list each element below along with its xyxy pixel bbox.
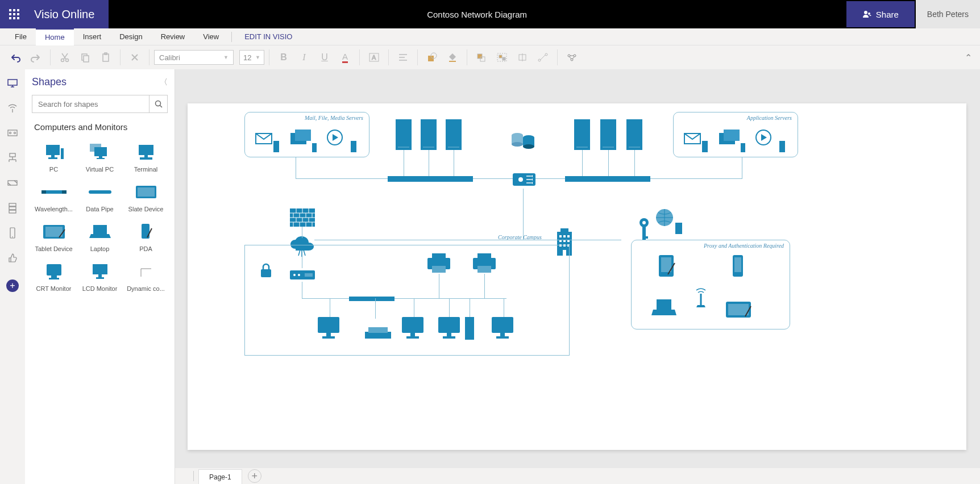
group-proxy[interactable]: Proxy and Authentication Required (631, 240, 790, 329)
shape-virtual-pc[interactable]: Virtual PC (78, 140, 122, 176)
group-button[interactable] (492, 48, 512, 67)
document-title[interactable]: Contoso Network Diagram (109, 10, 845, 19)
font-color-button[interactable]: A (335, 48, 355, 67)
font-name-value: Calibri (159, 53, 180, 62)
shapes-search-input[interactable] (32, 95, 149, 112)
server-rack-icon[interactable] (574, 119, 590, 150)
italic-button[interactable]: I (294, 48, 314, 67)
pc-icon[interactable] (317, 317, 340, 342)
svg-point-12 (66, 59, 69, 62)
canvas-area[interactable]: Mail, File, Media Servers A (175, 69, 980, 484)
collapse-ribbon-button[interactable]: ⌃ (962, 50, 974, 65)
shapes-nav-like[interactable] (3, 249, 22, 267)
shape-pda[interactable]: PDA (124, 219, 168, 256)
share-button[interactable]: Share (846, 1, 915, 27)
pc-icon[interactable] (491, 317, 514, 342)
shapes-nav-connector[interactable] (3, 174, 22, 192)
bold-button[interactable]: B (274, 48, 293, 67)
canvas-page[interactable]: Mail, File, Media Servers A (188, 103, 966, 450)
shape-pc[interactable]: PC (32, 140, 76, 176)
printer-icon[interactable] (425, 251, 452, 274)
server-rack-icon[interactable] (446, 119, 462, 150)
tab-review[interactable]: Review (152, 28, 194, 45)
text-block-button[interactable]: A (364, 48, 384, 67)
search-icon[interactable] (149, 95, 167, 112)
shape-style-button[interactable] (422, 48, 442, 67)
tab-file[interactable]: File (6, 28, 36, 45)
shapes-nav-wireless[interactable] (3, 99, 22, 117)
printer-icon[interactable] (471, 251, 498, 274)
add-page-button[interactable]: + (248, 469, 261, 483)
delete-button[interactable] (125, 48, 144, 67)
position-button[interactable] (513, 48, 532, 67)
firewall-icon[interactable] (290, 208, 315, 227)
data-pipe-icon[interactable] (388, 176, 473, 182)
shapes-collapse-button[interactable]: 〈 (160, 77, 168, 87)
shape-crt-monitor[interactable]: CRT Monitor (32, 259, 76, 295)
svg-rect-150 (368, 327, 388, 333)
paste-button[interactable] (96, 48, 115, 67)
shape-data-pipe[interactable]: Data Pipe (78, 180, 122, 216)
change-shape-button[interactable] (562, 48, 582, 67)
tab-view[interactable]: View (194, 28, 228, 45)
svg-rect-0 (9, 9, 11, 11)
arrange-button[interactable] (472, 48, 491, 67)
shapes-nav-mobile[interactable] (3, 224, 22, 242)
group-app-servers[interactable]: Application Servers (673, 112, 798, 157)
server-rack-icon[interactable] (626, 119, 642, 150)
svg-rect-100 (702, 141, 708, 152)
shapes-nav-add[interactable]: + (6, 279, 19, 292)
shape-wavelength[interactable]: Wavelength... (32, 180, 76, 216)
svg-rect-83 (93, 264, 107, 274)
undo-button[interactable] (6, 48, 25, 67)
group-mail-servers[interactable]: Mail, File, Media Servers (244, 112, 369, 157)
shape-slate-device[interactable]: Slate Device (124, 180, 168, 216)
modem-icon[interactable] (289, 267, 316, 282)
page-tab-1[interactable]: Page-1 (198, 469, 242, 484)
tab-edit-in-visio[interactable]: EDIT IN VISIO (235, 28, 301, 45)
fill-button[interactable] (443, 48, 462, 67)
server-rack-icon[interactable] (421, 119, 437, 150)
shape-lcd-monitor[interactable]: LCD Monitor (78, 259, 122, 295)
pc-icon[interactable] (438, 317, 460, 342)
database-cluster-icon[interactable] (509, 130, 537, 151)
shape-dynamic-connector[interactable]: Dynamic co... (124, 259, 168, 295)
copy-button[interactable] (76, 48, 95, 67)
svg-rect-64 (97, 158, 105, 159)
svg-point-153 (642, 221, 646, 224)
connector-button[interactable] (533, 48, 553, 67)
shapes-nav-computers[interactable] (3, 74, 22, 92)
tab-design[interactable]: Design (110, 28, 151, 45)
font-select[interactable]: Calibri▼ (154, 50, 234, 65)
user-name[interactable]: Beth Peters (916, 0, 980, 28)
shapes-nav-network[interactable] (3, 149, 22, 167)
tab-insert[interactable]: Insert (74, 28, 111, 45)
router-icon[interactable] (509, 169, 539, 190)
tab-home[interactable]: Home (36, 28, 74, 45)
data-pipe-icon[interactable] (349, 297, 395, 301)
redo-button[interactable] (26, 48, 45, 67)
server-rack-icon[interactable] (396, 119, 412, 150)
scanner-icon[interactable] (365, 327, 391, 339)
shape-tablet-device[interactable]: Tablet Device (32, 219, 76, 256)
server-small-icon[interactable] (675, 223, 682, 234)
shape-terminal[interactable]: Terminal (124, 140, 168, 176)
shapes-nav-rack[interactable] (3, 124, 22, 142)
shapes-nav-servers[interactable] (3, 199, 22, 217)
font-size-select[interactable]: 12▼ (239, 50, 264, 65)
align-button[interactable] (393, 48, 413, 67)
pc-icon[interactable] (401, 317, 424, 342)
svg-rect-138 (261, 269, 271, 277)
lock-icon[interactable] (259, 262, 273, 278)
svg-line-56 (160, 106, 162, 108)
shape-laptop[interactable]: Laptop (78, 219, 122, 256)
underline-button[interactable]: U (315, 48, 334, 67)
svg-rect-4 (13, 13, 15, 15)
svg-rect-57 (46, 145, 60, 155)
server-rack-icon[interactable] (600, 119, 616, 150)
app-launcher-button[interactable] (0, 0, 28, 28)
globe-icon[interactable] (655, 208, 674, 227)
data-pipe-icon[interactable] (565, 176, 650, 182)
cut-button[interactable] (55, 48, 74, 67)
tower-icon[interactable] (465, 317, 474, 340)
